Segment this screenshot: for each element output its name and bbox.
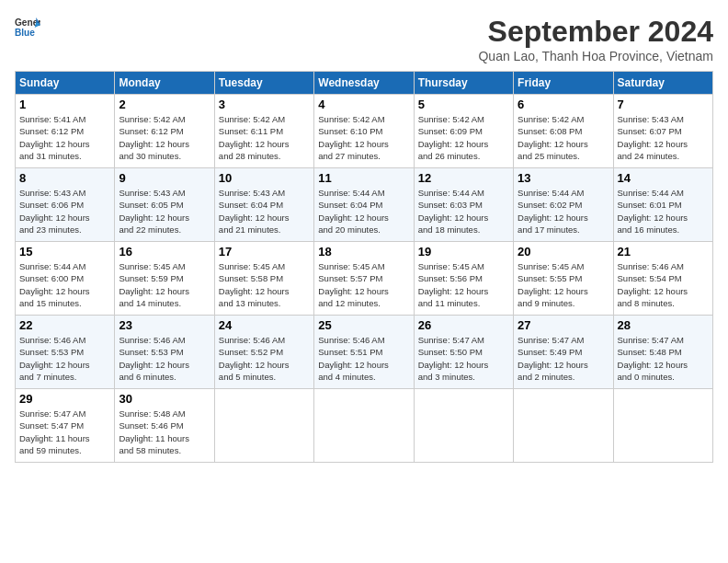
table-row: 14Sunrise: 5:44 AMSunset: 6:01 PMDayligh… bbox=[613, 168, 712, 242]
table-row: 19Sunrise: 5:45 AMSunset: 5:56 PMDayligh… bbox=[414, 242, 513, 316]
day-number: 29 bbox=[19, 392, 110, 406]
day-info: Sunrise: 5:48 AMSunset: 5:46 PMDaylight:… bbox=[119, 408, 210, 456]
table-row: 21Sunrise: 5:46 AMSunset: 5:54 PMDayligh… bbox=[613, 242, 712, 316]
day-number: 15 bbox=[19, 245, 110, 259]
header-tuesday: Tuesday bbox=[214, 72, 313, 95]
day-number: 9 bbox=[119, 171, 210, 185]
day-info: Sunrise: 5:42 AMSunset: 6:09 PMDaylight:… bbox=[418, 113, 509, 162]
header-friday: Friday bbox=[514, 72, 613, 95]
day-number: 21 bbox=[618, 245, 709, 259]
day-info: Sunrise: 5:46 AMSunset: 5:53 PMDaylight:… bbox=[19, 334, 110, 383]
day-number: 16 bbox=[119, 245, 210, 259]
table-row: 22Sunrise: 5:46 AMSunset: 5:53 PMDayligh… bbox=[16, 316, 115, 389]
day-info: Sunrise: 5:44 AMSunset: 6:03 PMDaylight:… bbox=[418, 187, 509, 236]
logo: General Blue bbox=[15, 15, 40, 40]
header-monday: Monday bbox=[115, 72, 214, 95]
day-info: Sunrise: 5:44 AMSunset: 6:00 PMDaylight:… bbox=[19, 260, 110, 309]
table-row: 10Sunrise: 5:43 AMSunset: 6:04 PMDayligh… bbox=[214, 168, 313, 242]
day-info: Sunrise: 5:47 AMSunset: 5:50 PMDaylight:… bbox=[418, 334, 509, 383]
table-row: 8Sunrise: 5:43 AMSunset: 6:06 PMDaylight… bbox=[16, 168, 115, 242]
table-row bbox=[314, 389, 414, 463]
day-number: 30 bbox=[119, 392, 210, 406]
day-info: Sunrise: 5:42 AMSunset: 6:10 PMDaylight:… bbox=[318, 113, 409, 162]
table-row: 7Sunrise: 5:43 AMSunset: 6:07 PMDaylight… bbox=[613, 95, 712, 168]
table-row: 18Sunrise: 5:45 AMSunset: 5:57 PMDayligh… bbox=[314, 242, 414, 316]
day-info: Sunrise: 5:44 AMSunset: 6:04 PMDaylight:… bbox=[318, 187, 409, 236]
svg-text:Blue: Blue bbox=[15, 28, 35, 38]
table-row: 2Sunrise: 5:42 AMSunset: 6:12 PMDaylight… bbox=[115, 95, 214, 168]
day-info: Sunrise: 5:42 AMSunset: 6:11 PMDaylight:… bbox=[219, 113, 310, 162]
day-number: 27 bbox=[518, 318, 609, 332]
day-info: Sunrise: 5:46 AMSunset: 5:52 PMDaylight:… bbox=[219, 334, 310, 383]
table-row: 6Sunrise: 5:42 AMSunset: 6:08 PMDaylight… bbox=[514, 95, 613, 168]
day-info: Sunrise: 5:46 AMSunset: 5:51 PMDaylight:… bbox=[318, 334, 409, 383]
table-row bbox=[214, 389, 313, 463]
day-info: Sunrise: 5:43 AMSunset: 6:04 PMDaylight:… bbox=[219, 187, 310, 236]
day-info: Sunrise: 5:43 AMSunset: 6:07 PMDaylight:… bbox=[618, 113, 709, 162]
table-row: 12Sunrise: 5:44 AMSunset: 6:03 PMDayligh… bbox=[414, 168, 513, 242]
day-info: Sunrise: 5:46 AMSunset: 5:54 PMDaylight:… bbox=[618, 260, 709, 309]
table-row: 11Sunrise: 5:44 AMSunset: 6:04 PMDayligh… bbox=[314, 168, 414, 242]
day-info: Sunrise: 5:44 AMSunset: 6:02 PMDaylight:… bbox=[518, 187, 609, 236]
day-number: 24 bbox=[219, 318, 310, 332]
day-number: 26 bbox=[418, 318, 509, 332]
month-title: September 2024 bbox=[478, 15, 713, 49]
day-number: 20 bbox=[518, 245, 609, 259]
day-number: 2 bbox=[119, 98, 210, 111]
day-info: Sunrise: 5:47 AMSunset: 5:49 PMDaylight:… bbox=[518, 334, 609, 383]
day-number: 13 bbox=[518, 171, 609, 185]
table-row: 30Sunrise: 5:48 AMSunset: 5:46 PMDayligh… bbox=[115, 389, 214, 463]
table-row: 16Sunrise: 5:45 AMSunset: 5:59 PMDayligh… bbox=[115, 242, 214, 316]
day-number: 6 bbox=[518, 98, 609, 111]
table-row: 9Sunrise: 5:43 AMSunset: 6:05 PMDaylight… bbox=[115, 168, 214, 242]
table-row: 15Sunrise: 5:44 AMSunset: 6:00 PMDayligh… bbox=[16, 242, 115, 316]
day-info: Sunrise: 5:45 AMSunset: 5:56 PMDaylight:… bbox=[418, 260, 509, 309]
day-info: Sunrise: 5:46 AMSunset: 5:53 PMDaylight:… bbox=[119, 334, 210, 383]
day-info: Sunrise: 5:42 AMSunset: 6:12 PMDaylight:… bbox=[119, 113, 210, 162]
calendar-table: Sunday Monday Tuesday Wednesday Thursday… bbox=[15, 71, 713, 463]
day-number: 23 bbox=[119, 318, 210, 332]
title-area: September 2024 Quan Lao, Thanh Hoa Provi… bbox=[478, 15, 713, 63]
header-thursday: Thursday bbox=[414, 72, 513, 95]
table-row: 13Sunrise: 5:44 AMSunset: 6:02 PMDayligh… bbox=[514, 168, 613, 242]
day-info: Sunrise: 5:45 AMSunset: 5:59 PMDaylight:… bbox=[119, 260, 210, 309]
table-row bbox=[414, 389, 513, 463]
day-number: 25 bbox=[318, 318, 409, 332]
day-number: 18 bbox=[318, 245, 409, 259]
day-info: Sunrise: 5:47 AMSunset: 5:47 PMDaylight:… bbox=[19, 408, 110, 456]
day-info: Sunrise: 5:43 AMSunset: 6:05 PMDaylight:… bbox=[119, 187, 210, 236]
page-header: General Blue September 2024 Quan Lao, Th… bbox=[15, 15, 713, 63]
header-wednesday: Wednesday bbox=[314, 72, 414, 95]
table-row: 23Sunrise: 5:46 AMSunset: 5:53 PMDayligh… bbox=[115, 316, 214, 389]
day-number: 5 bbox=[418, 98, 509, 111]
day-number: 19 bbox=[418, 245, 509, 259]
table-row bbox=[613, 389, 712, 463]
day-number: 4 bbox=[318, 98, 409, 111]
day-number: 7 bbox=[618, 98, 709, 111]
day-info: Sunrise: 5:45 AMSunset: 5:58 PMDaylight:… bbox=[219, 260, 310, 309]
day-info: Sunrise: 5:47 AMSunset: 5:48 PMDaylight:… bbox=[618, 334, 709, 383]
table-row: 28Sunrise: 5:47 AMSunset: 5:48 PMDayligh… bbox=[613, 316, 712, 389]
day-number: 10 bbox=[219, 171, 310, 185]
table-row: 25Sunrise: 5:46 AMSunset: 5:51 PMDayligh… bbox=[314, 316, 414, 389]
day-info: Sunrise: 5:43 AMSunset: 6:06 PMDaylight:… bbox=[19, 187, 110, 236]
table-row bbox=[514, 389, 613, 463]
table-row: 20Sunrise: 5:45 AMSunset: 5:55 PMDayligh… bbox=[514, 242, 613, 316]
day-number: 28 bbox=[618, 318, 709, 332]
day-number: 11 bbox=[318, 171, 409, 185]
day-info: Sunrise: 5:45 AMSunset: 5:57 PMDaylight:… bbox=[318, 260, 409, 309]
table-row: 27Sunrise: 5:47 AMSunset: 5:49 PMDayligh… bbox=[514, 316, 613, 389]
table-row: 1Sunrise: 5:41 AMSunset: 6:12 PMDaylight… bbox=[16, 95, 115, 168]
day-number: 14 bbox=[618, 171, 709, 185]
day-number: 3 bbox=[219, 98, 310, 111]
location-title: Quan Lao, Thanh Hoa Province, Vietnam bbox=[478, 49, 713, 63]
table-row: 5Sunrise: 5:42 AMSunset: 6:09 PMDaylight… bbox=[414, 95, 513, 168]
day-number: 8 bbox=[19, 171, 110, 185]
table-row: 26Sunrise: 5:47 AMSunset: 5:50 PMDayligh… bbox=[414, 316, 513, 389]
day-number: 17 bbox=[219, 245, 310, 259]
header-sunday: Sunday bbox=[16, 72, 115, 95]
day-info: Sunrise: 5:45 AMSunset: 5:55 PMDaylight:… bbox=[518, 260, 609, 309]
table-row: 17Sunrise: 5:45 AMSunset: 5:58 PMDayligh… bbox=[214, 242, 313, 316]
table-row: 4Sunrise: 5:42 AMSunset: 6:10 PMDaylight… bbox=[314, 95, 414, 168]
day-number: 22 bbox=[19, 318, 110, 332]
